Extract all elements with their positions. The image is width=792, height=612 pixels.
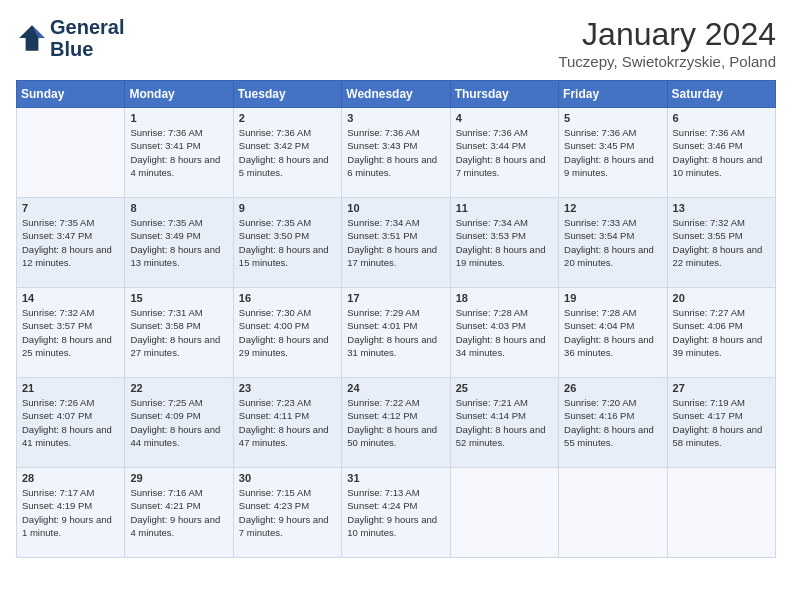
calendar-cell: 3Sunrise: 7:36 AMSunset: 3:43 PMDaylight…: [342, 108, 450, 198]
day-info: Sunrise: 7:28 AMSunset: 4:04 PMDaylight:…: [564, 306, 661, 359]
day-number: 25: [456, 382, 553, 394]
sunset-text: Sunset: 4:24 PM: [347, 499, 444, 512]
sunset-text: Sunset: 3:47 PM: [22, 229, 119, 242]
day-info: Sunrise: 7:29 AMSunset: 4:01 PMDaylight:…: [347, 306, 444, 359]
calendar-cell: 12Sunrise: 7:33 AMSunset: 3:54 PMDayligh…: [559, 198, 667, 288]
day-info: Sunrise: 7:34 AMSunset: 3:51 PMDaylight:…: [347, 216, 444, 269]
sunset-text: Sunset: 4:17 PM: [673, 409, 770, 422]
daylight-text: Daylight: 8 hours and 5 minutes.: [239, 153, 336, 180]
weekday-header-row: SundayMondayTuesdayWednesdayThursdayFrid…: [17, 81, 776, 108]
sunrise-text: Sunrise: 7:34 AM: [456, 216, 553, 229]
daylight-text: Daylight: 8 hours and 58 minutes.: [673, 423, 770, 450]
day-info: Sunrise: 7:28 AMSunset: 4:03 PMDaylight:…: [456, 306, 553, 359]
sunset-text: Sunset: 3:42 PM: [239, 139, 336, 152]
calendar-cell: [667, 468, 775, 558]
page-header: General Blue January 2024 Tuczepy, Swiet…: [16, 16, 776, 70]
calendar-cell: 27Sunrise: 7:19 AMSunset: 4:17 PMDayligh…: [667, 378, 775, 468]
sunset-text: Sunset: 3:46 PM: [673, 139, 770, 152]
sunset-text: Sunset: 3:44 PM: [456, 139, 553, 152]
sunset-text: Sunset: 3:53 PM: [456, 229, 553, 242]
sunrise-text: Sunrise: 7:33 AM: [564, 216, 661, 229]
day-info: Sunrise: 7:17 AMSunset: 4:19 PMDaylight:…: [22, 486, 119, 539]
calendar-cell: 5Sunrise: 7:36 AMSunset: 3:45 PMDaylight…: [559, 108, 667, 198]
sunset-text: Sunset: 4:06 PM: [673, 319, 770, 332]
sunset-text: Sunset: 3:50 PM: [239, 229, 336, 242]
calendar-cell: 11Sunrise: 7:34 AMSunset: 3:53 PMDayligh…: [450, 198, 558, 288]
day-number: 12: [564, 202, 661, 214]
weekday-header-tuesday: Tuesday: [233, 81, 341, 108]
day-info: Sunrise: 7:25 AMSunset: 4:09 PMDaylight:…: [130, 396, 227, 449]
day-info: Sunrise: 7:27 AMSunset: 4:06 PMDaylight:…: [673, 306, 770, 359]
sunrise-text: Sunrise: 7:36 AM: [239, 126, 336, 139]
daylight-text: Daylight: 8 hours and 47 minutes.: [239, 423, 336, 450]
logo-icon: [16, 22, 48, 54]
calendar-week-2: 7Sunrise: 7:35 AMSunset: 3:47 PMDaylight…: [17, 198, 776, 288]
sunrise-text: Sunrise: 7:22 AM: [347, 396, 444, 409]
sunrise-text: Sunrise: 7:35 AM: [239, 216, 336, 229]
day-info: Sunrise: 7:20 AMSunset: 4:16 PMDaylight:…: [564, 396, 661, 449]
day-info: Sunrise: 7:35 AMSunset: 3:49 PMDaylight:…: [130, 216, 227, 269]
sunset-text: Sunset: 3:45 PM: [564, 139, 661, 152]
day-info: Sunrise: 7:13 AMSunset: 4:24 PMDaylight:…: [347, 486, 444, 539]
sunset-text: Sunset: 3:51 PM: [347, 229, 444, 242]
sunrise-text: Sunrise: 7:26 AM: [22, 396, 119, 409]
day-info: Sunrise: 7:36 AMSunset: 3:44 PMDaylight:…: [456, 126, 553, 179]
calendar-cell: 30Sunrise: 7:15 AMSunset: 4:23 PMDayligh…: [233, 468, 341, 558]
sunset-text: Sunset: 4:03 PM: [456, 319, 553, 332]
logo: General Blue: [16, 16, 124, 60]
daylight-text: Daylight: 8 hours and 27 minutes.: [130, 333, 227, 360]
sunrise-text: Sunrise: 7:35 AM: [130, 216, 227, 229]
calendar-cell: 13Sunrise: 7:32 AMSunset: 3:55 PMDayligh…: [667, 198, 775, 288]
day-number: 9: [239, 202, 336, 214]
daylight-text: Daylight: 9 hours and 4 minutes.: [130, 513, 227, 540]
day-info: Sunrise: 7:21 AMSunset: 4:14 PMDaylight:…: [456, 396, 553, 449]
sunrise-text: Sunrise: 7:36 AM: [347, 126, 444, 139]
sunrise-text: Sunrise: 7:30 AM: [239, 306, 336, 319]
sunrise-text: Sunrise: 7:15 AM: [239, 486, 336, 499]
sunset-text: Sunset: 4:07 PM: [22, 409, 119, 422]
calendar-cell: 18Sunrise: 7:28 AMSunset: 4:03 PMDayligh…: [450, 288, 558, 378]
calendar-cell: 9Sunrise: 7:35 AMSunset: 3:50 PMDaylight…: [233, 198, 341, 288]
sunrise-text: Sunrise: 7:36 AM: [673, 126, 770, 139]
day-number: 16: [239, 292, 336, 304]
calendar-week-5: 28Sunrise: 7:17 AMSunset: 4:19 PMDayligh…: [17, 468, 776, 558]
daylight-text: Daylight: 8 hours and 7 minutes.: [456, 153, 553, 180]
day-number: 14: [22, 292, 119, 304]
daylight-text: Daylight: 8 hours and 39 minutes.: [673, 333, 770, 360]
day-number: 26: [564, 382, 661, 394]
calendar-cell: 2Sunrise: 7:36 AMSunset: 3:42 PMDaylight…: [233, 108, 341, 198]
day-info: Sunrise: 7:34 AMSunset: 3:53 PMDaylight:…: [456, 216, 553, 269]
day-number: 15: [130, 292, 227, 304]
daylight-text: Daylight: 8 hours and 55 minutes.: [564, 423, 661, 450]
sunset-text: Sunset: 4:21 PM: [130, 499, 227, 512]
day-info: Sunrise: 7:32 AMSunset: 3:57 PMDaylight:…: [22, 306, 119, 359]
daylight-text: Daylight: 8 hours and 31 minutes.: [347, 333, 444, 360]
day-number: 27: [673, 382, 770, 394]
calendar-cell: 16Sunrise: 7:30 AMSunset: 4:00 PMDayligh…: [233, 288, 341, 378]
calendar-cell: 28Sunrise: 7:17 AMSunset: 4:19 PMDayligh…: [17, 468, 125, 558]
sunset-text: Sunset: 4:16 PM: [564, 409, 661, 422]
day-number: 20: [673, 292, 770, 304]
day-info: Sunrise: 7:36 AMSunset: 3:46 PMDaylight:…: [673, 126, 770, 179]
daylight-text: Daylight: 8 hours and 36 minutes.: [564, 333, 661, 360]
day-info: Sunrise: 7:33 AMSunset: 3:54 PMDaylight:…: [564, 216, 661, 269]
calendar-week-1: 1Sunrise: 7:36 AMSunset: 3:41 PMDaylight…: [17, 108, 776, 198]
daylight-text: Daylight: 8 hours and 50 minutes.: [347, 423, 444, 450]
day-info: Sunrise: 7:26 AMSunset: 4:07 PMDaylight:…: [22, 396, 119, 449]
sunset-text: Sunset: 4:23 PM: [239, 499, 336, 512]
day-info: Sunrise: 7:23 AMSunset: 4:11 PMDaylight:…: [239, 396, 336, 449]
daylight-text: Daylight: 8 hours and 34 minutes.: [456, 333, 553, 360]
day-number: 3: [347, 112, 444, 124]
sunset-text: Sunset: 3:43 PM: [347, 139, 444, 152]
daylight-text: Daylight: 8 hours and 6 minutes.: [347, 153, 444, 180]
calendar-cell: 31Sunrise: 7:13 AMSunset: 4:24 PMDayligh…: [342, 468, 450, 558]
daylight-text: Daylight: 8 hours and 19 minutes.: [456, 243, 553, 270]
sunset-text: Sunset: 4:00 PM: [239, 319, 336, 332]
daylight-text: Daylight: 9 hours and 10 minutes.: [347, 513, 444, 540]
calendar-body: 1Sunrise: 7:36 AMSunset: 3:41 PMDaylight…: [17, 108, 776, 558]
day-number: 11: [456, 202, 553, 214]
calendar-cell: 6Sunrise: 7:36 AMSunset: 3:46 PMDaylight…: [667, 108, 775, 198]
sunrise-text: Sunrise: 7:27 AM: [673, 306, 770, 319]
sunset-text: Sunset: 4:14 PM: [456, 409, 553, 422]
sunrise-text: Sunrise: 7:16 AM: [130, 486, 227, 499]
